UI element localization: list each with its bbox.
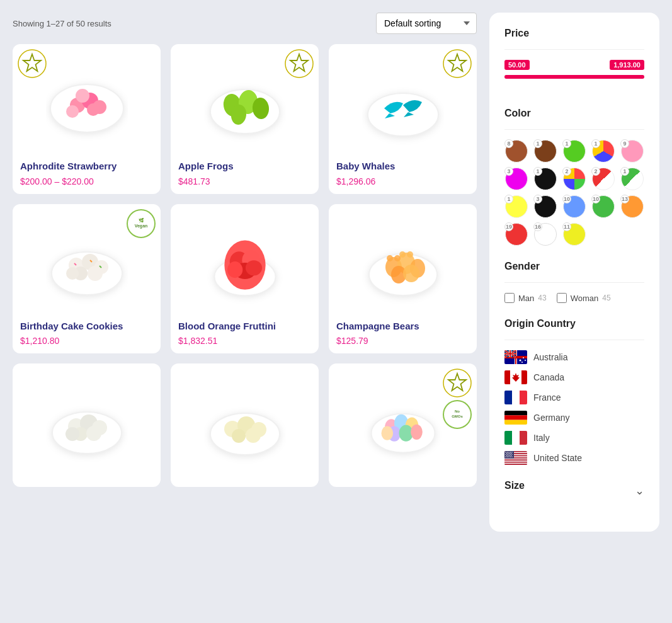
chevron-down-icon: ⌄ [635, 484, 644, 498]
price-max: 1,913.00 [610, 60, 644, 70]
color-swatch-orange[interactable]: 13 [620, 195, 644, 218]
flag-fr [504, 391, 527, 404]
flag-us [504, 451, 527, 465]
product-card[interactable]: Blood Orange Fruttini $1,832.51 [171, 204, 319, 354]
size-header[interactable]: Size ⌄ [504, 480, 644, 501]
svg-rect-88 [504, 370, 510, 384]
product-card[interactable]: Apple Frogs $481.73 [171, 44, 319, 194]
size-filter: Size ⌄ [504, 480, 644, 501]
country-germany[interactable]: Germany [504, 411, 644, 425]
color-swatch-black2[interactable]: 3 [533, 195, 557, 218]
gender-woman-label: Woman [571, 294, 599, 303]
svg-point-25 [66, 267, 79, 280]
svg-point-41 [403, 265, 419, 282]
color-swatch-pink[interactable]: 9 [620, 140, 644, 163]
gender-woman[interactable]: Woman 45 [557, 293, 611, 303]
country-canada[interactable]: Canada [504, 370, 644, 384]
svg-point-24 [88, 266, 103, 281]
svg-rect-108 [504, 460, 527, 462]
color-swatch-multi2[interactable]: 2 [562, 168, 586, 190]
product-price: $1,832.51 [178, 336, 311, 346]
country-france[interactable]: France [504, 391, 644, 404]
color-swatch-blue[interactable]: 10 [562, 195, 586, 218]
no-gmos-badge: No GMOs [443, 400, 472, 429]
color-swatch-white[interactable]: 16 [533, 223, 557, 246]
color-swatch-darkbrown[interactable]: 1 [533, 140, 557, 163]
gender-man[interactable]: Man 43 [504, 293, 547, 303]
gender-man-checkbox[interactable] [504, 293, 515, 303]
gender-woman-checkbox[interactable] [557, 293, 567, 303]
vegan-badge: 🌿 Vegan [127, 209, 156, 238]
color-swatch-green[interactable]: 1 [562, 140, 586, 163]
country-usa[interactable]: United State [504, 451, 644, 465]
main-content: Showing 1–27 of 50 results Default sorti… [13, 13, 477, 532]
product-card[interactable]: Champagne Bears $125.79 [329, 204, 477, 354]
country-name: Germany [533, 413, 570, 423]
svg-point-57 [232, 429, 246, 443]
color-swatch-red[interactable]: 19 [504, 223, 528, 246]
svg-rect-111 [504, 464, 527, 465]
product-price: $1,210.80 [20, 336, 153, 346]
product-image [178, 371, 311, 472]
svg-point-4 [76, 89, 89, 103]
svg-rect-96 [504, 431, 512, 445]
color-swatch-magenta[interactable]: 3 [504, 168, 528, 190]
color-swatch-black[interactable]: 1 [533, 168, 557, 190]
price-filter: Price 50.00 1,913.00 [504, 28, 644, 93]
price-range-track [504, 75, 644, 79]
svg-point-123 [507, 454, 508, 455]
product-card[interactable]: Aphrodite Strawberry $200.00 – $220.00 [13, 44, 161, 194]
country-italy[interactable]: Italy [504, 431, 644, 445]
gender-options: Man 43 Woman 45 [504, 293, 644, 303]
svg-rect-94 [504, 415, 527, 420]
origin-title: Origin Country [504, 318, 644, 329]
color-swatch-brightyellow[interactable]: 11 [562, 223, 586, 246]
svg-rect-92 [520, 391, 527, 404]
gender-man-label: Man [518, 294, 534, 303]
product-name: Baby Whales [336, 160, 469, 173]
color-swatch-lime[interactable]: 10 [591, 195, 615, 218]
product-price: $125.79 [336, 336, 469, 346]
svg-point-124 [508, 454, 509, 455]
product-image [178, 212, 311, 312]
product-card[interactable] [13, 363, 161, 487]
country-name: Canada [533, 372, 564, 382]
svg-point-86 [521, 362, 523, 363]
color-swatch-yellow[interactable]: 1 [504, 195, 528, 218]
product-name: Champagne Bears [336, 320, 469, 333]
svg-point-35 [245, 260, 261, 275]
color-swatch-redwhite[interactable]: 2 [591, 168, 615, 190]
product-card[interactable]: Baby Whales $1,296.06 [329, 44, 477, 194]
svg-point-45 [407, 251, 413, 258]
svg-point-51 [86, 426, 101, 441]
svg-point-34 [227, 261, 242, 278]
product-card[interactable] [171, 363, 319, 487]
color-grid: 8 1 1 1 [504, 140, 644, 246]
product-grid: Aphrodite Strawberry $200.00 – $220.00 [13, 44, 477, 487]
price-min: 50.00 [504, 60, 530, 70]
svg-rect-107 [504, 460, 527, 461]
svg-point-67 [411, 425, 423, 440]
color-swatch-brown[interactable]: 8 [504, 140, 528, 163]
sidebar: Price 50.00 1,913.00 Color 8 [489, 13, 659, 532]
color-swatch-multi1[interactable]: 1 [591, 140, 615, 163]
svg-point-5 [87, 103, 100, 116]
country-australia[interactable]: Australia [504, 350, 644, 364]
svg-rect-109 [504, 462, 527, 463]
svg-rect-90 [504, 391, 512, 404]
country-name: France [533, 392, 561, 403]
country-name: United State [533, 453, 582, 463]
product-card[interactable]: No GMOs [329, 363, 477, 487]
star-badge [443, 369, 472, 397]
size-title: Size [504, 480, 525, 491]
color-swatch-greenwhite[interactable]: 1 [620, 168, 644, 190]
product-name: Aphrodite Strawberry [20, 160, 153, 173]
svg-point-43 [394, 255, 401, 261]
svg-rect-106 [504, 459, 527, 460]
product-name: Birthday Cake Cookies [20, 320, 153, 333]
product-image [336, 212, 469, 312]
sort-select[interactable]: Default sortingPrice: Low to HighPrice: … [376, 13, 477, 34]
svg-point-115 [508, 452, 509, 452]
product-card[interactable]: 🌿 Vegan [13, 204, 161, 354]
svg-rect-93 [504, 411, 527, 415]
